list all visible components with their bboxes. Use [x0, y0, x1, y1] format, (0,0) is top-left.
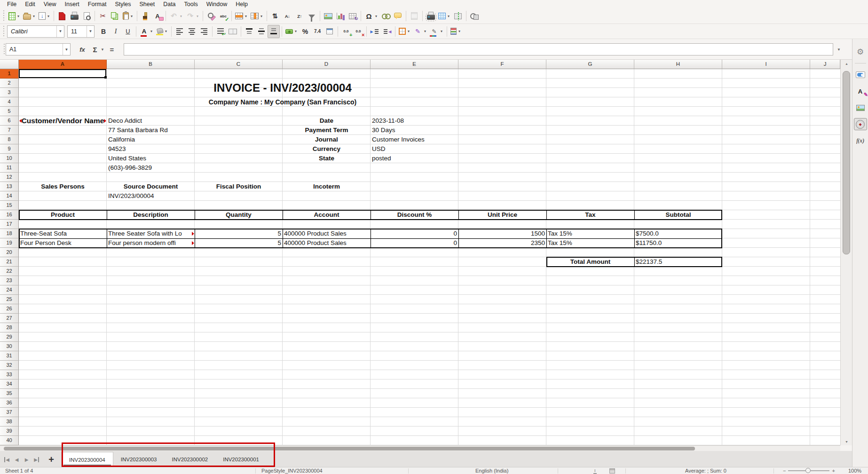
row-header-22[interactable]: 22: [0, 267, 19, 276]
menu-file[interactable]: File: [3, 0, 21, 8]
cell-C19[interactable]: 5: [195, 238, 283, 248]
font-size-select[interactable]: 11 ▼: [67, 25, 95, 38]
cell-B16[interactable]: Description: [107, 210, 195, 220]
cell-B10[interactable]: United States: [107, 154, 195, 163]
column-header-F[interactable]: F: [458, 60, 546, 69]
cell-H16[interactable]: Subtotal: [634, 210, 722, 220]
row-header-28[interactable]: 28: [0, 323, 19, 332]
cell-E19[interactable]: 0: [371, 238, 458, 248]
chevron-down-icon[interactable]: ▾: [294, 29, 298, 33]
row-header-24[interactable]: 24: [0, 285, 19, 295]
row-header-30[interactable]: 30: [0, 342, 19, 351]
menu-data[interactable]: Data: [159, 0, 180, 8]
chevron-down-icon[interactable]: ▾: [16, 14, 20, 18]
sort-ascending-button[interactable]: A↓: [281, 9, 293, 23]
horizontal-scrollbar-thumb[interactable]: [4, 447, 695, 450]
insert-chart-button[interactable]: [334, 9, 347, 23]
selection-mode-icon[interactable]: I: [593, 468, 597, 474]
spreadsheet-grid[interactable]: INVOICE - INV/2023/00004 Company Name : …: [19, 69, 840, 445]
cell-B6[interactable]: Deco Addict: [107, 116, 195, 126]
add-decimal-place-button[interactable]: 0.0: [340, 25, 352, 38]
row-header-29[interactable]: 29: [0, 332, 19, 342]
select-all-corner[interactable]: [0, 60, 19, 69]
menu-format[interactable]: Format: [84, 0, 111, 8]
row-header-18[interactable]: 18: [0, 229, 19, 238]
row-header-33[interactable]: 33: [0, 370, 19, 379]
cell-D8[interactable]: Journal: [283, 135, 371, 144]
sheet-tab-INV202300004[interactable]: INV202300004: [61, 452, 113, 467]
vertical-scrollbar[interactable]: ▲ ▼: [840, 60, 852, 445]
cell-E10[interactable]: posted: [371, 154, 458, 163]
cut-button[interactable]: ✂: [97, 9, 109, 23]
toolbar-grip[interactable]: [2, 26, 6, 37]
clone-formatting-button[interactable]: [139, 9, 151, 23]
cell-E9[interactable]: USD: [371, 144, 458, 154]
menu-window[interactable]: Window: [202, 0, 231, 8]
center-vertically-button[interactable]: [255, 25, 268, 38]
cell-D6[interactable]: Date: [283, 116, 371, 126]
draw-functions-button[interactable]: [468, 9, 481, 23]
cell-H19[interactable]: $11750.0: [634, 238, 722, 248]
cell-F18[interactable]: 1500: [458, 229, 546, 238]
chevron-down-icon[interactable]: ▾: [47, 14, 50, 18]
chevron-down-icon[interactable]: ▾: [32, 14, 36, 18]
row-header-1[interactable]: 1: [0, 69, 19, 79]
last-sheet-button[interactable]: ▶: [32, 452, 41, 467]
cell-B14[interactable]: INV/2023/00004: [107, 191, 195, 201]
currency-format-button[interactable]: ▾: [284, 25, 299, 38]
toolbar-grip[interactable]: [2, 10, 6, 22]
cell-E16[interactable]: Discount %: [371, 210, 458, 220]
cell-D7[interactable]: Payment Term: [283, 126, 371, 135]
cell-D10[interactable]: State: [283, 154, 371, 163]
chevron-down-icon[interactable]: ▾: [458, 29, 461, 33]
percent-format-button[interactable]: %: [299, 25, 311, 38]
chevron-down-icon[interactable]: ▾: [150, 29, 153, 33]
sheet-tab-INV202300001[interactable]: INV202300001: [215, 452, 267, 467]
chevron-down-icon[interactable]: ▾: [179, 14, 183, 18]
row-header-27[interactable]: 27: [0, 314, 19, 323]
chevron-down-icon[interactable]: ▾: [244, 14, 248, 18]
column-header-I[interactable]: I: [722, 60, 810, 69]
cell-A19[interactable]: Four Person Desk: [19, 238, 107, 248]
row-header-36[interactable]: 36: [0, 398, 19, 408]
previous-sheet-button[interactable]: ◀: [12, 452, 22, 467]
save-button[interactable]: ↓▾: [37, 9, 52, 23]
language-status[interactable]: English (India): [475, 468, 508, 474]
print-area-button[interactable]: [425, 9, 437, 23]
cell-E8[interactable]: Customer Invoices: [371, 135, 458, 144]
chevron-down-icon[interactable]: ▾: [423, 29, 427, 33]
cell-B11[interactable]: (603)-996-3829: [107, 163, 195, 173]
column-header-D[interactable]: D: [283, 60, 371, 69]
column-header-G[interactable]: G: [546, 60, 634, 69]
properties-deck-button[interactable]: [854, 69, 867, 81]
row-header-25[interactable]: 25: [0, 295, 19, 304]
row-header-19[interactable]: 19: [0, 238, 19, 248]
scroll-down-icon[interactable]: ▼: [841, 438, 852, 445]
cell-D16[interactable]: Account: [283, 210, 371, 220]
cell-H21[interactable]: $22137.5: [634, 257, 722, 267]
decrease-indent-button[interactable]: [381, 25, 393, 38]
column-header-A[interactable]: A: [19, 60, 107, 69]
gallery-deck-button[interactable]: [854, 102, 867, 114]
chevron-down-icon[interactable]: ▾: [260, 14, 263, 18]
insert-hyperlink-button[interactable]: [379, 9, 392, 23]
scroll-up-icon[interactable]: ▲: [841, 60, 852, 67]
cell-D18[interactable]: 400000 Product Sales: [283, 229, 371, 238]
row-header-7[interactable]: 7: [0, 126, 19, 135]
add-sheet-button[interactable]: +: [45, 452, 57, 467]
cell-G19[interactable]: Tax 15%: [546, 238, 634, 248]
increase-indent-button[interactable]: [369, 25, 381, 38]
row-header-3[interactable]: 3: [0, 88, 19, 97]
column-header-J[interactable]: J: [810, 60, 840, 69]
cell-F19[interactable]: 2350: [458, 238, 546, 248]
cell-C18[interactable]: 5: [195, 229, 283, 238]
row-header-31[interactable]: 31: [0, 351, 19, 361]
merge-cells-button[interactable]: [227, 25, 239, 38]
row-header-5[interactable]: 5: [0, 107, 19, 116]
column-header-H[interactable]: H: [634, 60, 722, 69]
sheet-tab-INV202300003[interactable]: INV202300003: [113, 452, 165, 467]
row-header-32[interactable]: 32: [0, 361, 19, 370]
function-wizard-button[interactable]: fx: [77, 43, 88, 55]
cell-G21[interactable]: Total Amount: [546, 257, 634, 267]
row-header-17[interactable]: 17: [0, 220, 19, 229]
